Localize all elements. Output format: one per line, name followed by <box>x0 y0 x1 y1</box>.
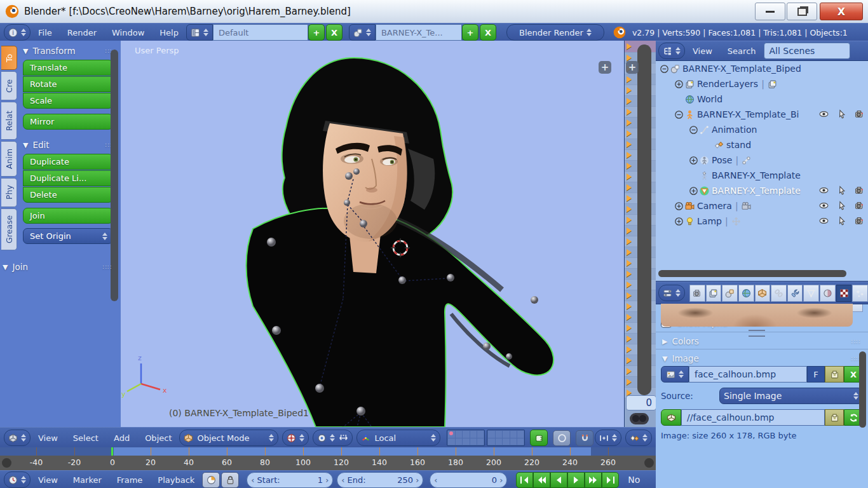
current-frame-playhead[interactable] <box>111 447 113 456</box>
keying-set-dropdown[interactable] <box>625 430 652 446</box>
shelf-tab-grease[interactable]: Grease <box>1 208 17 250</box>
duplicate-linked-button[interactable]: Duplicate Li... <box>23 170 113 186</box>
close-button[interactable]: X <box>820 3 863 20</box>
layer-toggle[interactable] <box>463 438 469 445</box>
scene-browse[interactable] <box>349 24 376 41</box>
shelf-tab-tools[interactable]: To <box>1 46 17 70</box>
layer-toggle[interactable] <box>477 431 484 438</box>
start-frame-field[interactable]: ‹ Start: 1 › <box>247 472 333 488</box>
editor-type-selector-outliner[interactable] <box>658 43 685 59</box>
rotate-button[interactable]: Rotate <box>23 76 113 92</box>
set-origin-dropdown[interactable]: Set Origin <box>23 228 113 244</box>
pointer-icon[interactable] <box>837 109 846 119</box>
menu-file[interactable]: File <box>38 28 52 37</box>
scene-name-field[interactable]: BARNEY-X_Te... <box>376 24 462 41</box>
colors-panel-header[interactable]: ▶ Colors ∷∷ <box>662 336 863 346</box>
menu-help[interactable]: Help <box>159 28 179 37</box>
v3d-menu-view[interactable]: View <box>38 433 58 443</box>
outliner-item-camera[interactable]: Camera| <box>657 198 867 214</box>
props-tab-modifiers[interactable] <box>787 285 803 302</box>
restore-button[interactable] <box>787 3 817 20</box>
current-frame-field[interactable]: ‹ 0 › <box>430 472 507 488</box>
outliner-item-stand[interactable]: stand <box>657 137 867 152</box>
shelf-tab-create[interactable]: Cre <box>1 71 17 100</box>
tl-menu-frame[interactable]: Frame <box>117 475 143 485</box>
eye-icon[interactable] <box>819 201 829 210</box>
menu-render[interactable]: Render <box>67 28 97 37</box>
v3d-menu-object[interactable]: Object <box>145 433 172 443</box>
pack-image-button[interactable] <box>825 366 844 383</box>
mode-dropdown[interactable]: Object Mode <box>179 430 278 446</box>
screen-layout-browse[interactable] <box>186 24 213 41</box>
props-tab-material[interactable] <box>820 285 836 302</box>
pivot-dropdown[interactable] <box>313 430 353 446</box>
props-tab-data[interactable] <box>803 285 819 302</box>
layer-toggle[interactable] <box>496 438 502 445</box>
delete-layout-button[interactable]: X <box>326 24 342 41</box>
expand-icon[interactable] <box>689 186 698 196</box>
edit-panel-header[interactable]: ▼ Edit ∷∷ <box>23 140 117 150</box>
strip-icon-blob[interactable] <box>630 413 649 424</box>
timeline-frames-band[interactable] <box>0 447 656 456</box>
expand-region-button[interactable]: + <box>599 61 611 74</box>
image-panel-header[interactable]: ▼ Image ∷∷ <box>662 353 863 363</box>
props-tab-world[interactable] <box>738 285 754 302</box>
outliner-menu-search[interactable]: Search <box>728 46 756 56</box>
render-engine-select[interactable]: Blender Render <box>506 24 604 41</box>
add-scene-button[interactable]: + <box>462 24 478 41</box>
scene-lock-button[interactable] <box>530 430 548 446</box>
viewport-shading-dropdown[interactable] <box>282 430 309 446</box>
duplicate-button[interactable]: Duplicate <box>23 154 113 170</box>
expand-icon[interactable] <box>674 201 684 211</box>
menu-window[interactable]: Window <box>112 28 144 37</box>
image-name-field[interactable]: face_calhoun.bmp <box>689 366 807 383</box>
image-browse-button[interactable] <box>661 366 689 383</box>
outliner-menu-view[interactable]: View <box>693 46 712 56</box>
fake-user-button[interactable]: F <box>807 366 825 383</box>
collapse-icon[interactable] <box>660 64 669 74</box>
next-keyframe-button[interactable] <box>585 472 602 488</box>
collapse-icon[interactable] <box>689 125 698 135</box>
snap-element-dropdown[interactable] <box>595 430 621 446</box>
outliner-item-barney-x-template[interactable]: BARNEY-X_Template <box>657 183 867 198</box>
use-preview-range-button[interactable] <box>202 472 220 488</box>
expand-icon[interactable] <box>674 217 684 226</box>
props-tab-texture[interactable] <box>836 285 852 302</box>
open-file-button[interactable] <box>825 409 844 426</box>
pointer-icon[interactable] <box>837 186 846 195</box>
layers-group-2[interactable] <box>487 430 525 446</box>
outliner-item-lamp[interactable]: Lamp| <box>657 214 867 229</box>
eye-icon[interactable] <box>819 216 829 226</box>
mirror-button[interactable]: Mirror <box>23 114 113 130</box>
layer-toggle[interactable] <box>496 431 502 438</box>
outliner-item-animation[interactable]: Animation <box>657 122 867 137</box>
tl-menu-playback[interactable]: Playback <box>158 475 194 485</box>
outliner-display-filter[interactable]: All Scenes <box>764 43 850 59</box>
props-tab-render-layers[interactable] <box>706 285 722 302</box>
image-source-button[interactable] <box>661 409 681 426</box>
orientation-dropdown[interactable]: Local <box>356 430 440 446</box>
viewport-3d[interactable]: z x y User Persp (0) BARNEY-X_Template_B… <box>121 41 624 427</box>
strip-scrollbar[interactable] <box>637 44 651 395</box>
shelf-tab-physics[interactable]: Phy <box>1 178 17 207</box>
outliner-item-world[interactable]: World <box>657 92 867 107</box>
delete-button[interactable]: Delete <box>23 187 113 203</box>
delete-scene-button[interactable]: X <box>480 24 496 41</box>
screen-layout-field[interactable]: Default <box>213 24 308 41</box>
jump-to-end-button[interactable] <box>602 472 619 488</box>
pointer-icon[interactable] <box>837 216 846 226</box>
expand-region-button[interactable]: + <box>626 61 639 74</box>
layer-toggle[interactable] <box>510 431 517 438</box>
texture-preview[interactable] <box>661 304 853 327</box>
jump-to-start-button[interactable] <box>516 472 533 488</box>
tl-menu-marker[interactable]: Marker <box>73 475 102 485</box>
props-tab-object[interactable] <box>755 285 771 302</box>
outliner-item-barney-x-template-bi[interactable]: BARNEY-X_Template_Bi <box>657 107 867 122</box>
properties-scrollbar[interactable] <box>859 351 866 428</box>
editor-type-selector-timeline[interactable] <box>4 471 31 488</box>
layers-group-1[interactable] <box>447 430 485 446</box>
eye-icon[interactable] <box>819 109 829 119</box>
camera-restrict-icon[interactable] <box>855 186 864 195</box>
layer-toggle[interactable] <box>488 438 494 445</box>
v3d-menu-select[interactable]: Select <box>73 433 98 443</box>
